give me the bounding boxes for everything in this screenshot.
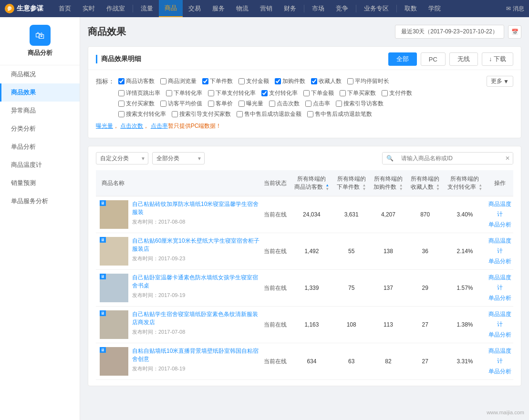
metric-search-pay-conv[interactable]: 搜索支付转化率 [118,110,166,118]
metric-pay-items[interactable]: 支付件数 [382,89,412,97]
metric-unit-price[interactable]: 客单价 [208,100,233,108]
metrics-row-3: 指标： 支付买家数 访客平均价值 客单价 曝光量 点击次数 点击率 搜索引导访客… [96,99,513,108]
product-name-4[interactable]: 自粘自贴墙纸10米直播背景墙壁纸卧室韩国自粘宿舍创意 [132,347,260,363]
page-title: 商品效果 [88,25,126,38]
nav-message[interactable]: ✉ 消息 [506,5,524,13]
sort-orders[interactable]: ▲▼ [362,184,366,191]
num-cell-2-0: 1,339 [290,270,333,307]
metric-order-amount[interactable]: 下单金额 [303,89,334,97]
product-name-0[interactable]: 自己粘贴砖纹加厚防水墙纸10米寝室温馨学生宿舍服装 [132,200,260,216]
metric-bounce[interactable]: 详情页跳出率 [118,89,160,97]
tab-all[interactable]: 全部 [388,52,417,66]
metric-search-visitors[interactable]: 搜索引导访客数 [336,100,384,108]
action-link-商品温度计-3[interactable]: 商品温度计 [486,309,513,330]
search-input[interactable] [397,153,502,164]
product-name-3[interactable]: 自己粘贴学生宿舍寝室墙纸卧室素色条纹清新服装店商发店 [132,310,260,327]
product-name-2[interactable]: 自己贴卧室温馨卡通素色防水墙纸女孩学生寝室宿舍书桌 [132,274,260,290]
nav-item-data[interactable]: 取数 [399,0,423,17]
tab-mobile[interactable]: 无线 [449,52,478,66]
metric-cart[interactable]: 加购件数 [275,77,305,85]
metrics-note: 曝光量， 点击次数， 点击率暂只提供PC端数据！ [96,120,513,132]
sidebar-item-single[interactable]: 单品分析 [0,138,80,156]
nav-item-service[interactable]: 服务 [207,0,230,17]
metric-search-pay-buyers[interactable]: 搜索引导支付买家数 [172,110,231,118]
nav-item-academy[interactable]: 学院 [423,0,446,17]
logo-label: 生意参谋 [17,4,43,13]
nav-item-compete[interactable]: 竞争 [330,0,354,17]
sidebar-item-overview[interactable]: 商品概况 [0,65,80,83]
note-link-clicks[interactable]: 点击次数 [120,123,143,129]
sidebar-item-category[interactable]: 分类分析 [0,120,80,138]
nav-item-market[interactable]: 市场 [306,0,330,17]
metric-ctr[interactable]: 点击率 [305,100,330,108]
sidebar-item-service-analysis[interactable]: 单品服务分析 [0,192,80,210]
sort-conversion[interactable]: ▲▼ [478,184,482,191]
sidebar-item-thermometer[interactable]: 商品温度计 [0,156,80,174]
product-cell-3: 🖥 自己粘贴学生宿舍寝室墙纸卧室素色条纹清新服装店商发店 发布时间：2017-0… [96,307,260,343]
metric-dwell[interactable]: 平均停留时长 [347,77,389,85]
nav-item-war[interactable]: 作战室 [101,0,131,17]
action-link-商品温度计-1[interactable]: 商品温度计 [486,236,513,256]
metric-favorites[interactable]: 收藏人数 [311,77,342,85]
sidebar-item-effect[interactable]: 商品效果 [0,83,80,102]
metrics-label: 指标： [96,77,114,86]
product-date-3: 发布时间：2017-07-08 [132,328,260,336]
nav-item-marketing[interactable]: 营销 [254,0,278,17]
category1-select[interactable]: 自定义分类 [96,152,148,164]
download-button[interactable]: ↓ 下载 [482,52,513,66]
note-link-ctr[interactable]: 点击率 [151,123,168,129]
action-link-单品分析-2[interactable]: 单品分析 [486,293,513,304]
nav-item-home[interactable]: 首页 [53,0,77,17]
metrics-row-4: 指标： 搜索支付转化率 搜索引导支付买家数 售中售后成功退款金额 售中售后成功退… [96,110,513,118]
metric-order-conv[interactable]: 下单转化率 [166,89,202,97]
metric-avg-value[interactable]: 访客平均价值 [160,100,202,108]
metric-orders[interactable]: 下单件数 [202,77,233,85]
action-link-商品温度计-2[interactable]: 商品温度计 [486,273,513,293]
metric-order-buyers[interactable]: 下单买家数 [340,89,376,97]
metric-refund-amount[interactable]: 售中售后成功退款金额 [237,110,301,118]
sort-favorites[interactable]: ▲▼ [436,184,440,191]
product-cell-0: 🖥 自己粘贴砖纹加厚防水墙纸10米寝室温馨学生宿舍服装 发布时间：2017-08… [96,196,260,233]
date-range-button[interactable]: 最近30天（2017-09-23~2017-10-22） [395,25,504,39]
action-cell-2: 商品温度计单品分析 [486,270,513,307]
category2-select[interactable]: 全部分类 [152,152,205,164]
action-link-单品分析-3[interactable]: 单品分析 [486,330,513,340]
more-button[interactable]: 更多 ▼ [487,76,513,87]
sort-visitors[interactable]: ▲▼ [325,184,329,191]
action-link-单品分析-1[interactable]: 单品分析 [486,256,513,267]
metric-clicks[interactable]: 点击次数 [269,100,300,108]
metric-views[interactable]: 商品浏览量 [160,77,197,85]
action-link-单品分析-0[interactable]: 单品分析 [486,220,513,230]
product-name-1[interactable]: 自己粘贴60厘米宽10米长壁纸大学生寝室宿舍柜子服装店 [132,237,260,253]
nav-item-traffic[interactable]: 流量 [135,0,159,17]
metric-visitors[interactable]: 商品访客数 [118,77,155,85]
action-link-商品温度计-4[interactable]: 商品温度计 [486,346,513,367]
sidebar-item-abnormal[interactable]: 异常商品 [0,102,80,120]
nav-item-products[interactable]: 商品 [159,0,183,17]
sidebar-item-forecast[interactable]: 销量预测 [0,174,80,192]
metric-refund-count[interactable]: 售中售后成功退款笔数 [307,110,372,118]
nav-item-trade[interactable]: 交易 [183,0,207,17]
num-cell-3-3: 27 [407,307,444,343]
status-cell-4: 当前在线 [260,343,290,380]
calendar-icon[interactable]: 📅 [508,25,521,39]
num-cell-3-4: 1.38% [444,307,486,343]
action-link-商品温度计-0[interactable]: 商品温度计 [486,199,513,220]
nav-item-finance[interactable]: 财务 [278,0,302,17]
action-link-单品分析-4[interactable]: 单品分析 [486,367,513,377]
tab-pc[interactable]: PC [421,52,446,66]
metric-pay-conv[interactable]: 支付转化率 [261,89,298,97]
product-info-3: 🖥 自己粘贴学生宿舍寝室墙纸卧室素色条纹清新服装店商发店 发布时间：2017-0… [96,307,260,343]
sort-cart[interactable]: ▲▼ [399,184,403,191]
product-details-0: 自己粘贴砖纹加厚防水墙纸10米寝室温馨学生宿舍服装 发布时间：2017-08-0… [132,200,260,225]
note-link-exposure[interactable]: 曝光量 [96,123,113,129]
metric-order-pay-conv[interactable]: 下单支付转化率 [208,89,256,97]
nav-item-realtime[interactable]: 实时 [77,0,101,17]
metric-exposure[interactable]: 曝光量 [239,100,263,108]
nav-item-logistics[interactable]: 物流 [230,0,254,17]
metric-pay-buyers[interactable]: 支付买家数 [118,100,155,108]
search-clear-icon[interactable]: ✕ [502,153,513,164]
status-cell-1: 当前在线 [260,233,290,270]
nav-item-biz[interactable]: 业务专区 [358,0,394,17]
metric-payment[interactable]: 支付金额 [239,77,269,85]
